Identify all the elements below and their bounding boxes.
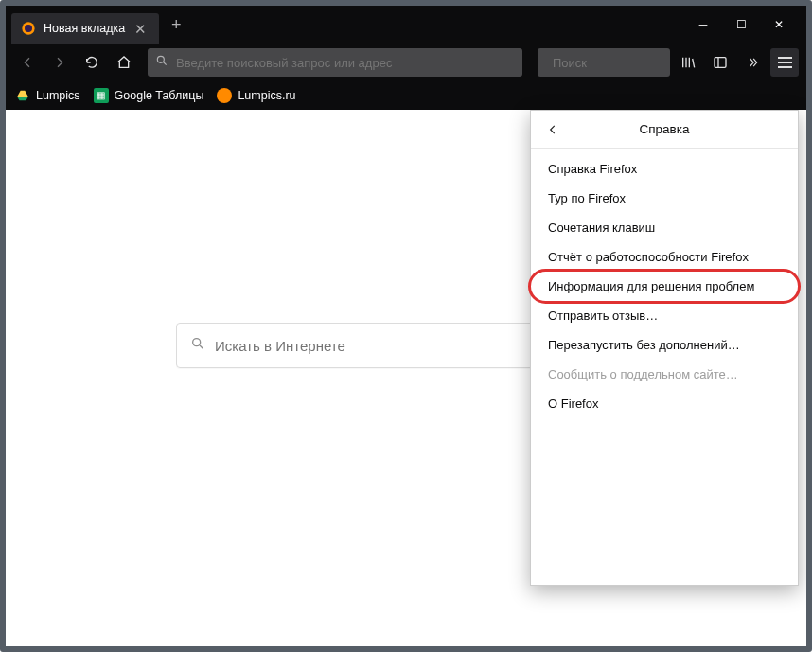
menu-item-submit-feedback[interactable]: Отправить отзыв…	[531, 301, 798, 330]
search-icon	[190, 336, 205, 355]
nav-toolbar	[6, 44, 806, 81]
bookmark-label: Lumpics	[36, 89, 80, 102]
hamburger-menu-button[interactable]	[770, 48, 799, 77]
menu-footer	[531, 424, 798, 585]
sidebar-button[interactable]	[706, 48, 734, 77]
library-button[interactable]	[674, 48, 702, 77]
help-menu-panel: Справка Справка Firefox Тур по Firefox С…	[530, 110, 799, 586]
window-controls: ─ ☐ ✕	[680, 6, 803, 44]
menu-item-keyboard-shortcuts[interactable]: Сочетания клавиш	[531, 213, 798, 242]
tab-active[interactable]: Новая вкладка ✕	[11, 13, 159, 44]
bookmark-label: Lumpics.ru	[238, 89, 295, 102]
firefox-icon	[21, 21, 36, 36]
menu-item-troubleshooting-info[interactable]: Информация для решения проблем	[531, 272, 798, 301]
menu-item-report-deceptive-site: Сообщить о поддельном сайте…	[531, 360, 798, 389]
svg-point-1	[25, 25, 32, 32]
close-icon[interactable]: ✕	[132, 22, 148, 36]
search-input[interactable]	[553, 56, 662, 70]
overflow-button[interactable]	[738, 48, 767, 77]
titlebar: Новая вкладка ✕ + ─ ☐ ✕	[6, 6, 806, 44]
menu-item-firefox-tour[interactable]: Тур по Firefox	[531, 184, 798, 213]
home-button[interactable]	[110, 48, 138, 77]
minimize-button[interactable]: ─	[695, 18, 712, 31]
reload-button[interactable]	[78, 48, 106, 77]
drive-icon	[15, 88, 30, 103]
url-bar[interactable]	[148, 48, 522, 77]
menu-item-restart-without-addons[interactable]: Перезапустить без дополнений…	[531, 330, 798, 360]
forward-button[interactable]	[45, 48, 74, 77]
svg-marker-5	[17, 90, 28, 96]
svg-marker-6	[17, 97, 28, 100]
bookmark-label: Google Таблицы	[115, 89, 204, 102]
url-input[interactable]	[176, 56, 515, 70]
site-icon	[217, 88, 232, 103]
menu-item-firefox-help[interactable]: Справка Firefox	[531, 154, 798, 184]
menu-item-health-report[interactable]: Отчёт о работоспособности Firefox	[531, 242, 798, 272]
bookmark-lumpics-ru[interactable]: Lumpics.ru	[217, 88, 295, 103]
search-icon	[155, 54, 168, 71]
tab-title: Новая вкладка	[44, 22, 125, 35]
bookmark-google-sheets[interactable]: ▦ Google Таблицы	[94, 88, 204, 103]
menu-title: Справка	[531, 122, 798, 136]
bookmark-lumpics[interactable]: Lumpics	[15, 88, 80, 103]
search-bar[interactable]	[538, 48, 670, 77]
hamburger-icon	[778, 57, 792, 68]
close-window-button[interactable]: ✕	[770, 18, 787, 31]
sheets-icon: ▦	[94, 88, 109, 103]
bookmarks-bar: Lumpics ▦ Google Таблицы Lumpics.ru	[6, 81, 806, 110]
menu-header: Справка	[531, 111, 798, 149]
new-tab-button[interactable]: +	[163, 15, 189, 35]
menu-back-button[interactable]	[540, 117, 565, 142]
maximize-button[interactable]: ☐	[733, 18, 750, 31]
menu-item-about-firefox[interactable]: О Firefox	[531, 389, 798, 418]
back-button[interactable]	[13, 48, 42, 77]
svg-point-2	[157, 56, 164, 62]
svg-rect-4	[715, 58, 726, 68]
svg-point-7	[193, 339, 201, 346]
